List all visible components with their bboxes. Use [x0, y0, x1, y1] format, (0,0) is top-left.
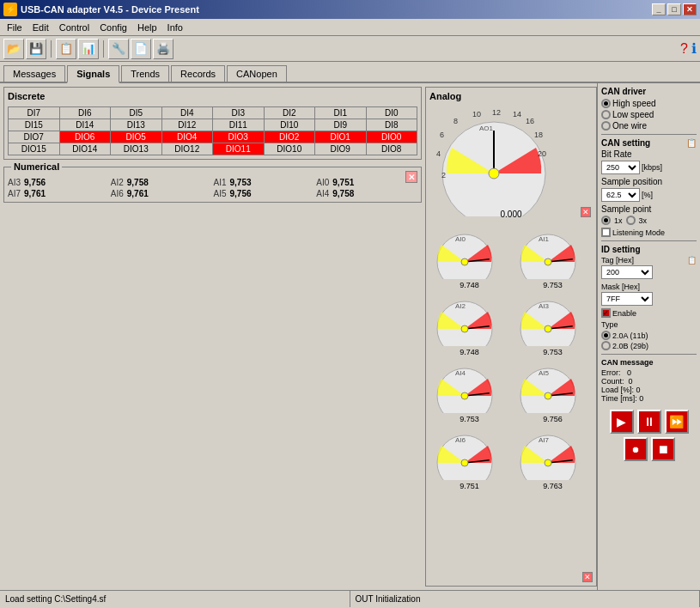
signal-cell[interactable]: DI1 — [315, 107, 367, 119]
record-button[interactable]: ⏺ — [624, 437, 648, 461]
menu-file[interactable]: File — [2, 21, 27, 34]
signal-cell[interactable]: DI6 — [59, 107, 111, 119]
one-wire-radio[interactable] — [601, 121, 611, 131]
tag-hex-select[interactable]: 200 — [601, 265, 653, 279]
signal-cell[interactable]: DI13 — [111, 119, 162, 131]
enable-checkbox[interactable]: ✓ — [601, 308, 611, 318]
signal-cell[interactable]: DI7 — [9, 107, 60, 119]
signal-cell-active[interactable]: DIO5 — [111, 131, 162, 143]
can-time-row: Time [ms]: 0 — [601, 394, 697, 403]
toolbar-save[interactable]: 💾 — [26, 39, 46, 59]
signal-cell-active[interactable]: DIO2 — [264, 131, 315, 143]
signal-cell[interactable]: DIO8 — [366, 143, 417, 155]
signal-cell-active[interactable]: DIO4 — [161, 131, 213, 143]
gauge-ai5-value: 9.756 — [513, 415, 593, 423]
signal-cell[interactable]: DI9 — [315, 119, 367, 131]
signal-cell-active[interactable]: DIO3 — [213, 131, 265, 143]
toolbar-monitor[interactable]: 📊 — [78, 39, 99, 59]
signal-cell[interactable]: DI10 — [264, 119, 315, 131]
menu-config[interactable]: Config — [94, 21, 132, 34]
minimize-button[interactable]: _ — [652, 3, 666, 15]
pause-button[interactable]: ⏸ — [637, 410, 661, 434]
table-row: DI7 DI6 DI5 DI4 DI3 DI2 DI1 DI0 — [9, 107, 417, 119]
tab-records[interactable]: Records — [171, 65, 225, 82]
gauge-ai3: AI3 9.753 — [513, 293, 593, 356]
tab-signals[interactable]: Signals — [67, 65, 119, 83]
help-icon[interactable]: ? — [680, 41, 688, 57]
tag-hex-icon[interactable]: 📋 — [687, 256, 697, 264]
sample-3x-radio[interactable] — [626, 216, 636, 225]
toolbar-copy[interactable]: 📋 — [56, 39, 76, 59]
analog-panel-close[interactable]: ✕ — [582, 572, 593, 582]
listening-mode-checkbox[interactable] — [601, 228, 611, 237]
toolbar-print[interactable]: 🖨️ — [153, 39, 173, 59]
toolbar-open[interactable]: 📂 — [3, 39, 24, 59]
can-load-value: 0 — [636, 386, 641, 394]
signal-cell[interactable]: DIO15 — [9, 143, 60, 155]
signal-cell[interactable]: DI2 — [264, 107, 315, 119]
info-icon[interactable]: ℹ — [691, 40, 697, 57]
id-setting-title: ID setting — [601, 245, 697, 254]
gauge-ai6: AI6 9.751 — [429, 427, 509, 490]
signal-cell[interactable]: DI11 — [213, 119, 265, 131]
svg-point-36 — [545, 392, 551, 399]
signal-cell[interactable]: DI15 — [9, 119, 60, 131]
svg-text:AI6: AI6 — [455, 436, 466, 444]
sample-position-select[interactable]: 62.5 75.0 — [601, 188, 640, 202]
main-content: Discrete DI7 DI6 DI5 DI4 DI3 DI2 DI1 DI0… — [0, 83, 700, 590]
play-button[interactable]: ▶ — [610, 410, 634, 434]
numerical-close[interactable]: ✕ — [405, 171, 417, 183]
discrete-title: Discrete — [8, 91, 45, 101]
signal-cell[interactable]: DI5 — [111, 107, 162, 119]
signal-cell[interactable]: DI4 — [161, 107, 213, 119]
type-2a-radio[interactable] — [601, 331, 611, 340]
signal-cell[interactable]: DIO12 — [161, 143, 213, 155]
signal-cell[interactable]: DI8 — [366, 119, 417, 131]
signal-cell[interactable]: DI14 — [59, 119, 111, 131]
fast-forward-button[interactable]: ⏩ — [665, 410, 689, 434]
signal-cell-active[interactable]: DIO11 — [213, 143, 265, 155]
signal-cell-active[interactable]: DIO0 — [366, 131, 417, 143]
high-speed-radio[interactable] — [601, 99, 611, 108]
toolbar-doc[interactable]: 📄 — [131, 39, 151, 59]
can-setting-title: CAN setting — [601, 138, 650, 148]
signal-cell[interactable]: DI3 — [213, 107, 265, 119]
svg-text:6: 6 — [440, 131, 444, 139]
mask-hex-select[interactable]: 7FF — [601, 292, 653, 306]
maximize-button[interactable]: □ — [667, 3, 681, 15]
low-speed-radio[interactable] — [601, 110, 611, 119]
status-right: OUT Initialization — [350, 591, 701, 607]
small-gauges-grid: AI0 9.748 AI1 9.753 — [429, 226, 593, 490]
sample-1x-radio[interactable] — [601, 216, 611, 225]
signal-cell-active[interactable]: DIO6 — [59, 131, 111, 143]
numerical-title: Numerical — [11, 161, 62, 172]
menu-edit[interactable]: Edit — [27, 21, 54, 34]
menu-info[interactable]: Info — [162, 21, 188, 34]
numerical-section: Numerical ✕ AI3 9,756 AI2 9,758 AI1 9,75… — [3, 167, 422, 203]
tab-trends[interactable]: Trends — [121, 65, 169, 82]
menu-control[interactable]: Control — [54, 21, 94, 34]
signal-cell-active[interactable]: DIO1 — [315, 131, 367, 143]
signal-cell[interactable]: DIO7 — [9, 131, 60, 143]
signal-cell[interactable]: DIO14 — [59, 143, 111, 155]
tab-canopen[interactable]: CANopen — [227, 65, 287, 82]
signal-cell[interactable]: DIO13 — [111, 143, 162, 155]
tab-messages[interactable]: Messages — [3, 65, 65, 82]
menu-help[interactable]: Help — [132, 21, 162, 34]
signal-cell[interactable]: DIO10 — [264, 143, 315, 155]
close-button[interactable]: ✕ — [683, 3, 697, 15]
gauge-ai0: AI0 9.748 — [429, 226, 509, 289]
gauge-ai2-value: 9.748 — [429, 348, 509, 356]
stop-button[interactable]: ⏹ — [651, 437, 675, 461]
signal-cell[interactable]: DI0 — [366, 107, 417, 119]
bit-rate-select[interactable]: 250 125 500 1000 — [601, 161, 640, 174]
list-item: AI2 9,758 — [111, 178, 212, 187]
can-setting-icon[interactable]: 📋 — [686, 138, 697, 148]
signal-cell[interactable]: DI12 — [161, 119, 213, 131]
gauge-ai4-value: 9.753 — [429, 415, 509, 423]
tag-hex-label: Tag [Hex] — [601, 256, 634, 264]
signal-cell[interactable]: DIO9 — [315, 143, 367, 155]
toolbar-config[interactable]: 🔧 — [108, 39, 129, 59]
analog-close[interactable]: ✕ — [581, 207, 591, 217]
type-2b-radio[interactable] — [601, 341, 611, 350]
